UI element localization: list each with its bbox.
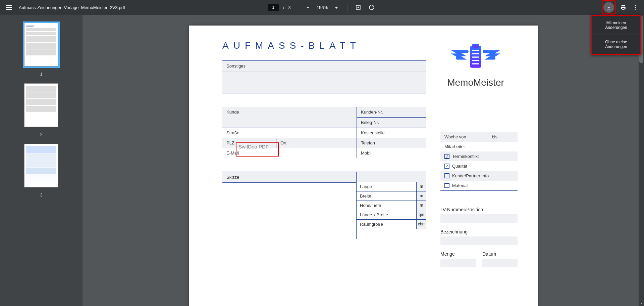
kunde-field[interactable]	[259, 107, 357, 128]
logo-text: MemoMeister	[434, 77, 518, 88]
lvnum-field[interactable]	[440, 214, 518, 223]
sonstiges-field[interactable]	[222, 71, 426, 93]
lvnum-label: LV-Nummer/Position	[440, 207, 518, 212]
mitarbeiter-label: Mitarbeiter	[444, 144, 465, 149]
kostenstelle-label: Kostenstelle	[357, 128, 426, 138]
vertical-scrollbar[interactable]: ▾	[639, 15, 644, 306]
download-with-changes[interactable]: Mit meinen Änderungen	[592, 16, 640, 35]
menge-field[interactable]	[440, 259, 476, 267]
pdf-viewer-toolbar: Aufmass-Zeichnungen-Vorlage_MemoMeister_…	[0, 0, 644, 15]
qualitaet-label: Qualität	[452, 164, 467, 169]
pdf-page: AUFMASS-BLATT Sonstiges	[189, 26, 538, 306]
svg-point-5	[635, 9, 636, 10]
ort-label: Ort	[276, 138, 296, 148]
more-options-button[interactable]	[631, 3, 640, 12]
hoehe-label: Höhe/Tiefe	[357, 201, 416, 210]
menu-icon[interactable]	[4, 3, 13, 12]
raum-unit: cbm	[416, 220, 426, 229]
kundepartner-checkbox[interactable]	[444, 173, 449, 178]
terminkonflikt-checkbox[interactable]	[444, 154, 449, 159]
bis-label: bis	[492, 134, 497, 139]
qualitaet-checkbox[interactable]	[444, 164, 449, 169]
breite-unit: m	[416, 191, 426, 201]
material-label: Material	[452, 183, 468, 188]
lxb-unit: qm	[416, 210, 426, 219]
download-without-changes[interactable]: Ohne meine Änderungen	[592, 35, 640, 54]
svg-point-3	[635, 5, 636, 6]
document-title: Aufmass-Zeichnungen-Vorlage_MemoMeister_…	[19, 5, 125, 10]
memomeister-logo-icon	[447, 40, 504, 74]
datum-label: Datum	[482, 251, 518, 257]
kundennr-label: Kunden-Nr.	[357, 107, 426, 117]
strasse-label: Straße	[222, 128, 259, 138]
download-dropdown: Mit meinen Änderungen Ohne meine Änderun…	[591, 15, 641, 55]
logo-area: MemoMeister	[434, 40, 518, 88]
zoom-in-button[interactable]: +	[332, 3, 341, 12]
annotation-text: SwifDoo PDF	[238, 144, 269, 149]
menge-label: Menge	[440, 251, 476, 257]
ort-field[interactable]	[296, 138, 357, 148]
breite-label: Breite	[357, 191, 416, 201]
print-button[interactable]	[619, 3, 628, 12]
thumbnail-page-2[interactable]	[24, 83, 58, 127]
strasse-field[interactable]	[259, 128, 357, 138]
raum-label: Raumgröße	[357, 220, 416, 229]
kunde-label: Kunde	[222, 107, 259, 128]
lxb-label: Länge x Breite	[357, 210, 416, 219]
laenge-label: Länge	[357, 182, 416, 191]
svg-point-4	[635, 7, 636, 8]
bezeichnung-field[interactable]	[440, 236, 518, 245]
download-button-highlight	[602, 0, 616, 14]
terminkonflikt-label: Terminkonflikt	[452, 154, 479, 159]
page-total: 3	[288, 5, 291, 10]
telefon-label: Telefon	[357, 138, 426, 148]
kundepartner-label: Kunde/Partner Info	[452, 173, 489, 178]
thumb-number-2: 2	[40, 132, 43, 137]
skizze-field[interactable]	[222, 183, 356, 239]
zoom-out-button[interactable]: −	[303, 3, 313, 12]
scroll-down-arrow[interactable]: ▾	[639, 301, 643, 305]
svg-rect-7	[472, 44, 479, 48]
laenge-unit: m	[416, 182, 426, 191]
pdf-viewer[interactable]: AUFMASS-BLATT Sonstiges	[83, 15, 644, 306]
lv-box: LV-Nummer/Position Bezeichnung Menge Dat…	[440, 207, 518, 273]
thumb-number-3: 3	[40, 193, 43, 198]
zoom-level: 156%	[317, 5, 328, 10]
thumbnail-page-1[interactable]: AUFMASS	[24, 23, 58, 67]
woche-von-label: Woche von	[444, 134, 466, 139]
sonstiges-label: Sonstiges	[222, 61, 426, 71]
fit-page-button[interactable]	[354, 3, 363, 12]
thumb-number-1: 1	[40, 72, 43, 77]
mobil-label: Mobil	[357, 148, 426, 158]
thumbnail-page-3[interactable]	[24, 144, 58, 187]
material-checkbox[interactable]	[444, 183, 449, 188]
page-separator: /	[283, 5, 284, 10]
belegnr-label: Beleg-Nr.	[357, 118, 426, 128]
page-number-input[interactable]: 1	[268, 4, 279, 11]
info-box: Woche von bis Mitarbeiter Terminkonflikt…	[440, 132, 518, 191]
bezeichnung-label: Bezeichnung	[440, 229, 518, 234]
download-button[interactable]	[603, 2, 614, 13]
thumbnail-panel: AUFMASS 1 2 3	[0, 15, 83, 306]
rotate-button[interactable]	[367, 3, 376, 12]
hoehe-unit: m	[416, 201, 426, 210]
datum-field[interactable]	[482, 259, 518, 267]
skizze-label: Skizze	[222, 172, 356, 183]
